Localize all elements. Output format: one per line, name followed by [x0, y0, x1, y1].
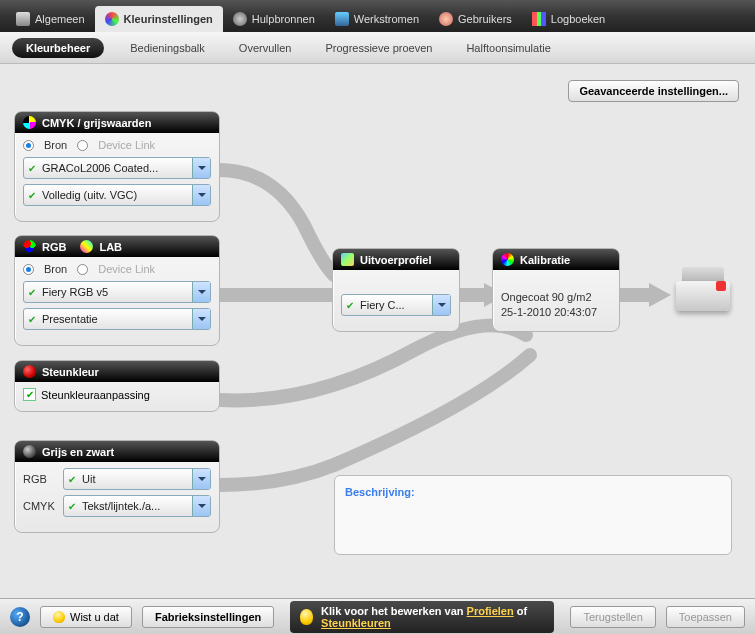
radio-label: Bron: [44, 139, 67, 151]
kalibratie-info: Ongecoat 90 g/m2 25-1-2010 20:43:07: [501, 290, 611, 321]
rgb-icon: [23, 240, 36, 253]
radio-row: Bron Device Link: [23, 263, 211, 275]
checkbox-row: ✔ Steunkleuraanpassing: [23, 388, 211, 401]
row-label: RGB: [23, 473, 57, 485]
panel-title: Grijs en zwart: [42, 446, 114, 458]
panel-header: CMYK / grijswaarden: [15, 112, 219, 133]
check-icon: ✔: [24, 314, 40, 325]
chevron-down-icon: [192, 158, 210, 178]
panel-title: Kalibratie: [520, 254, 570, 266]
rgb-intent-dropdown[interactable]: ✔Presentatie: [23, 308, 211, 330]
lab-icon: [80, 240, 93, 253]
cmyk-icon: [23, 116, 36, 129]
check-icon: ✔: [64, 474, 80, 485]
grijs-rgb-dropdown[interactable]: ✔Uit: [63, 468, 211, 490]
cmyk-intent-dropdown[interactable]: ✔Volledig (uitv. VGC): [23, 184, 211, 206]
help-button[interactable]: ?: [10, 607, 30, 627]
panel-title: Uitvoerprofiel: [360, 254, 432, 266]
tab-label: Gebruikers: [458, 13, 512, 25]
tab-kleurinstellingen[interactable]: Kleurinstellingen: [95, 6, 223, 32]
spot-icon: [23, 365, 36, 378]
panel-uitvoerprofiel: Uitvoerprofiel ✔Fiery C...: [332, 248, 460, 332]
panel-kalibratie: Kalibratie Ongecoat 90 g/m2 25-1-2010 20…: [492, 248, 620, 332]
colors-icon: [105, 12, 119, 26]
panel-header: Kalibratie: [493, 249, 619, 270]
toepassen-button[interactable]: Toepassen: [666, 606, 745, 628]
panel-steunkleur: Steunkleur ✔ Steunkleuraanpassing: [14, 360, 220, 412]
bulb-icon: [53, 611, 65, 623]
radio-devicelink[interactable]: [77, 264, 88, 275]
svg-marker-1: [649, 283, 671, 307]
gear-icon: [233, 12, 247, 26]
panel-title-rgb: RGB: [42, 241, 66, 253]
printer-icon: [16, 12, 30, 26]
chevron-down-icon: [192, 185, 210, 205]
chart-icon: [532, 12, 546, 26]
link-steunkleuren[interactable]: Steunkleuren: [321, 617, 391, 629]
panel-title: Steunkleur: [42, 366, 99, 378]
dropdown-value: Fiery RGB v5: [40, 286, 192, 298]
grijs-cmyk-dropdown[interactable]: ✔Tekst/lijntek./a...: [63, 495, 211, 517]
dropdown-value: Uit: [80, 473, 192, 485]
rgb-profile-dropdown[interactable]: ✔Fiery RGB v5: [23, 281, 211, 303]
tab-gebruikers[interactable]: Gebruikers: [429, 6, 522, 32]
output-profile-dropdown[interactable]: ✔Fiery C...: [341, 294, 451, 316]
tab-label: Werkstromen: [354, 13, 419, 25]
tab-logboeken[interactable]: Logboeken: [522, 6, 615, 32]
dropdown-value: Fiery C...: [358, 299, 432, 311]
panel-cmyk: CMYK / grijswaarden Bron Device Link ✔GR…: [14, 111, 220, 222]
link-profielen[interactable]: Profielen: [467, 605, 514, 617]
sub-tabs: Kleurbeheer Bedieningsbalk Overvullen Pr…: [0, 32, 755, 64]
bulb-icon: [300, 609, 313, 625]
radio-label: Bron: [44, 263, 67, 275]
fabrieksinstellingen-button[interactable]: Fabrieksinstellingen: [142, 606, 274, 628]
radio-bron[interactable]: [23, 264, 34, 275]
radio-row: Bron Device Link: [23, 139, 211, 151]
row-label: CMYK: [23, 500, 57, 512]
radio-label: Device Link: [98, 139, 155, 151]
panel-header: Grijs en zwart: [15, 441, 219, 462]
terugstellen-button[interactable]: Terugstellen: [570, 606, 655, 628]
checkbox-label: Steunkleuraanpassing: [41, 389, 150, 401]
radio-devicelink[interactable]: [77, 140, 88, 151]
flow-icon: [335, 12, 349, 26]
panel-grijs-zwart: Grijs en zwart RGB ✔Uit CMYK ✔Tekst/lijn…: [14, 440, 220, 533]
printer-icon: [672, 261, 734, 317]
dropdown-value: Presentatie: [40, 313, 192, 325]
dropdown-value: Volledig (uitv. VGC): [40, 189, 192, 201]
tab-werkstromen[interactable]: Werkstromen: [325, 6, 429, 32]
panel-header: RGB LAB: [15, 236, 219, 257]
tab-label: Hulpbronnen: [252, 13, 315, 25]
kalibratie-datetime: 25-1-2010 20:43:07: [501, 305, 611, 320]
subtab-bedieningsbalk[interactable]: Bedieningsbalk: [122, 38, 213, 58]
chevron-down-icon: [192, 309, 210, 329]
kalibratie-media: Ongecoat 90 g/m2: [501, 290, 611, 305]
cmyk-profile-dropdown[interactable]: ✔GRACoL2006 Coated...: [23, 157, 211, 179]
subtab-overvullen[interactable]: Overvullen: [231, 38, 300, 58]
check-icon: ✔: [64, 501, 80, 512]
top-tabs: Algemeen Kleurinstellingen Hulpbronnen W…: [0, 0, 755, 32]
chevron-down-icon: [192, 469, 210, 489]
button-label: Wist u dat: [70, 611, 119, 623]
tab-algemeen[interactable]: Algemeen: [6, 6, 95, 32]
check-icon: ✔: [342, 300, 358, 311]
wist-u-dat-button[interactable]: Wist u dat: [40, 606, 132, 628]
description-box: Beschrijving:: [334, 475, 732, 555]
radio-bron[interactable]: [23, 140, 34, 151]
tip-bar: Klik voor het bewerken van Profielen of …: [290, 601, 554, 633]
dropdown-value: Tekst/lijntek./a...: [80, 500, 192, 512]
kalibratie-icon: [501, 253, 514, 266]
panel-rgb-lab: RGB LAB Bron Device Link ✔Fiery RGB v5 ✔…: [14, 235, 220, 346]
advanced-settings-button[interactable]: Geavanceerde instellingen...: [568, 80, 739, 102]
radio-label: Device Link: [98, 263, 155, 275]
tab-label: Logboeken: [551, 13, 605, 25]
description-label: Beschrijving:: [345, 486, 415, 498]
subtab-halftoon[interactable]: Halftoonsimulatie: [458, 38, 558, 58]
tab-hulpbronnen[interactable]: Hulpbronnen: [223, 6, 325, 32]
steunkleur-checkbox[interactable]: ✔: [23, 388, 36, 401]
subtab-kleurbeheer[interactable]: Kleurbeheer: [12, 38, 104, 58]
output-icon: [341, 253, 354, 266]
check-icon: ✔: [24, 190, 40, 201]
subtab-progressieve[interactable]: Progressieve proeven: [317, 38, 440, 58]
grijs-rgb-row: RGB ✔Uit: [23, 468, 211, 490]
